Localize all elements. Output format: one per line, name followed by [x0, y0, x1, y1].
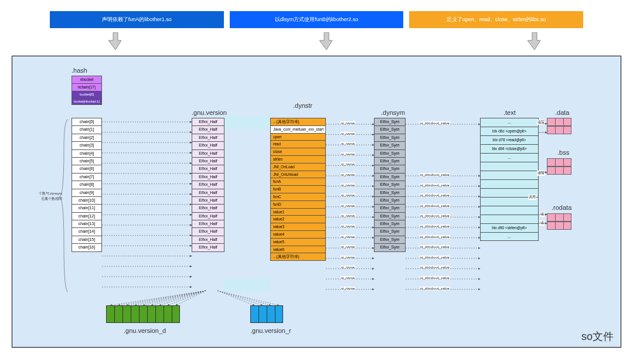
- st-shndx-label: st_shndx+st_value: [420, 235, 450, 239]
- st-name-label: st_name: [341, 256, 355, 259]
- dynsym-cell: Elfxx_Sym: [374, 181, 406, 188]
- chain-cell: chain[16]: [72, 243, 102, 251]
- text-cell: ...: [480, 232, 539, 241]
- dynstr-cell: value5: [270, 238, 326, 246]
- dynstr-cell: value1: [270, 208, 326, 216]
- dynsym-cell: Elfxx_Sym: [374, 204, 406, 212]
- section-title-dynsym: .dynsym: [381, 109, 405, 116]
- text-cell: blx d6c <open@plt>: [480, 127, 539, 135]
- diagram-canvas: .hash .gnu.version .dynstr .dynsym .text…: [12, 56, 621, 348]
- hash-nchain: nchain(17): [72, 83, 102, 91]
- gnu-version-cell: Elfxx_Half: [192, 220, 224, 227]
- dynsym-cell: Elfxx_Sym: [374, 157, 406, 165]
- hash-column: nbucket nchain(17) bucket[0] bucket[nbuc…: [72, 76, 102, 105]
- hash-nbucket: nbucket: [72, 76, 102, 83]
- st-name-label: st_name: [341, 121, 355, 125]
- dynsym-column: Elfxx_SymElfxx_SymElfxx_SymElfxx_SymElfx…: [374, 118, 406, 252]
- gnu-version-cell: Elfxx_Half: [192, 141, 224, 149]
- chain-cell: chain[15]: [72, 236, 102, 243]
- st-shndx-label: st_shndx+st_value: [420, 193, 450, 197]
- st-shndx-label: st_shndx+st_value: [420, 266, 450, 269]
- st-shndx-label: st_shndx+st_value: [420, 214, 450, 217]
- chain-cell: chain[0]: [72, 118, 102, 125]
- text-cell: ...: [480, 118, 539, 127]
- gnu-version-cell: Elfxx_Half: [192, 134, 224, 141]
- st-shndx-label: st_shndx+st_value: [420, 287, 450, 290]
- header-pill-libother1: 声明依赖了funA的libother1.so: [50, 11, 224, 28]
- st-name-label: st_name: [341, 142, 355, 145]
- dynsym-cell: Elfxx_Sym: [374, 189, 406, 196]
- r-label: 读: [540, 212, 544, 217]
- gnu-version-cell: Elfxx_Half: [192, 243, 224, 251]
- gnu-version-cell: Elfxx_Half: [192, 165, 224, 172]
- arrow-down-icon: [528, 32, 542, 50]
- dynstr-cell: value2: [270, 215, 326, 223]
- dynstr-cell: ...(其他字符串): [270, 118, 326, 125]
- chain-note: 个数与.dynsym 元素个数相同: [30, 191, 62, 202]
- flow-arrow: [224, 116, 270, 129]
- gnu-version-cell: Elfxx_Half: [192, 204, 224, 212]
- st-shndx-label: st_shndx+st_value: [420, 245, 450, 249]
- dynstr-cell: value6: [270, 246, 326, 253]
- gnu-version-cell: Elfxx_Half: [192, 173, 224, 181]
- gnu-version-cell: Elfxx_Half: [192, 212, 224, 220]
- dynstr-cell: funD: [270, 200, 326, 208]
- dynsym-cell: Elfxx_Sym: [374, 165, 406, 172]
- rw-label: 读写: [537, 120, 545, 125]
- gnu-version-cell: Elfxx_Half: [192, 181, 224, 188]
- dynstr-cell: value4: [270, 230, 326, 238]
- st-name-label: st_name: [341, 193, 355, 197]
- hash-bucketN: bucket[nbucket-1]: [72, 98, 102, 106]
- st-shndx-label: st_shndx+st_value: [420, 256, 450, 259]
- section-title-bss: .bss: [557, 149, 569, 156]
- st-shndx-label: st_shndx+st_value: [420, 276, 450, 280]
- call-label: 调用: [528, 195, 536, 200]
- text-cell: [480, 179, 539, 188]
- dynsym-cell: Elfxx_Sym: [374, 118, 406, 125]
- gnu-version-cell: Elfxx_Half: [192, 125, 224, 133]
- rodata-block: [547, 213, 571, 230]
- chain-cell: chain[2]: [72, 134, 102, 141]
- text-cell: [480, 171, 539, 179]
- st-name-label: st_name: [341, 152, 355, 156]
- gnu-version-cell: Elfxx_Half: [192, 196, 224, 204]
- gnu-version-cell: Elfxx_Half: [192, 189, 224, 196]
- chain-cell: chain[1]: [72, 125, 102, 133]
- gnu-version-column: Elfxx_HalfElfxx_HalfElfxx_HalfElfxx_Half…: [192, 118, 224, 252]
- text-cell: [480, 215, 539, 223]
- gnu-version-cell: Elfxx_Half: [192, 227, 224, 235]
- chain-cell: chain[12]: [72, 212, 102, 220]
- st-name-label: st_name: [341, 204, 355, 207]
- dynstr-cell: funC: [270, 193, 326, 200]
- dynsym-cell: Elfxx_Sym: [374, 134, 406, 141]
- bss-block: [547, 158, 571, 175]
- chain-cell: chain[13]: [72, 220, 102, 227]
- section-title-rodata: .rodata: [552, 204, 571, 211]
- chain-cell: chain[8]: [72, 181, 102, 188]
- st-name-label: st_name: [341, 287, 355, 290]
- data-block: [547, 118, 571, 134]
- chain-cell: chain[11]: [72, 204, 102, 212]
- chain-cell: chain[9]: [72, 189, 102, 196]
- chain-cell: chain[3]: [72, 141, 102, 149]
- text-cell: [480, 206, 539, 215]
- st-name-label: st_name: [341, 245, 355, 249]
- dynstr-cell: JNI_OnUnload: [270, 171, 326, 178]
- dynstr-cell: ...(其他字符串): [270, 253, 326, 261]
- dynsym-cell: Elfxx_Sym: [374, 243, 406, 251]
- hash-bucket0: bucket[0]: [72, 91, 102, 98]
- chain-cell: chain[6]: [72, 165, 102, 172]
- arrow-down-icon: [108, 32, 122, 50]
- st-shndx-label: st_shndx+st_value: [420, 204, 450, 207]
- dynstr-cell: funB: [270, 185, 326, 193]
- dynstr-cell: strlen: [270, 155, 326, 163]
- st-name-label: st_name: [341, 183, 355, 187]
- section-title-gnu-version-d: .gnu.version_d: [124, 327, 166, 334]
- st-name-label: st_name: [341, 224, 355, 228]
- gnu-version-cell: Elfxx_Half: [192, 236, 224, 243]
- header-pill-libc: 定义了open、read、close、strlen的libc.so: [409, 11, 583, 28]
- st-name-label: st_name: [341, 266, 355, 269]
- rw-label: 读写: [537, 171, 545, 176]
- chain-cell: chain[14]: [72, 227, 102, 235]
- dynstr-cell: funA: [270, 178, 326, 185]
